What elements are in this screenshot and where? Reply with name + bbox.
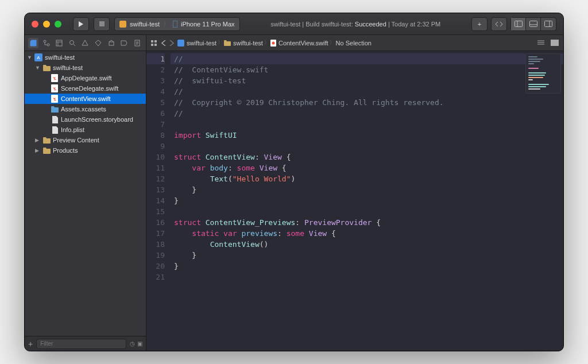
- svg-rect-11: [56, 40, 62, 46]
- tree-row[interactable]: AppDelegate.swift: [25, 73, 146, 83]
- chevron-right-icon: 〉: [163, 20, 169, 28]
- code-line[interactable]: // ContentView.swift: [171, 64, 563, 75]
- line-number: 15: [146, 206, 165, 217]
- filter-input[interactable]: [36, 339, 126, 349]
- svg-rect-2: [173, 21, 177, 28]
- line-number: 3: [146, 75, 165, 86]
- code-line[interactable]: // swiftui-test: [171, 75, 563, 86]
- find-navigator-tab[interactable]: [67, 38, 78, 48]
- jump-bar-segment[interactable]: No Selection: [336, 40, 372, 47]
- project-icon: A: [34, 53, 42, 61]
- minimap[interactable]: [525, 53, 561, 94]
- run-button[interactable]: [73, 17, 89, 31]
- code-line[interactable]: struct ContentView_Previews: PreviewProv…: [171, 217, 563, 228]
- disclosure-triangle-icon[interactable]: ▶: [35, 148, 40, 153]
- jump-bar-segment[interactable]: swiftui-test: [224, 40, 263, 47]
- tree-label: Assets.xcassets: [61, 106, 106, 113]
- disclosure-triangle-icon[interactable]: ▼: [35, 65, 40, 71]
- tree-row[interactable]: LaunchScreen.storyboard: [25, 114, 146, 125]
- back-button[interactable]: [161, 40, 166, 46]
- svg-rect-3: [514, 21, 522, 27]
- add-button[interactable]: +: [28, 339, 33, 348]
- line-number: 19: [146, 250, 165, 261]
- zoom-window-button[interactable]: [55, 21, 61, 28]
- tree-row[interactable]: Assets.xcassets: [25, 104, 146, 114]
- navigator-sidebar: ▼Aswiftui-test▼swiftui-testAppDelegate.s…: [25, 35, 146, 351]
- tree-label: Preview Content: [53, 137, 99, 144]
- code-line[interactable]: }: [171, 195, 563, 206]
- report-navigator-tab[interactable]: [132, 38, 142, 48]
- breakpoint-navigator-tab[interactable]: [119, 38, 129, 48]
- toggle-inspectors-button[interactable]: [541, 18, 556, 30]
- issue-navigator-tab[interactable]: [80, 38, 90, 48]
- code-line[interactable]: }: [171, 184, 563, 195]
- jump-bar-segment[interactable]: ContentView.swift: [270, 40, 328, 47]
- tree-row[interactable]: ▶Products: [25, 145, 146, 156]
- chevron-right-icon: 〉: [330, 39, 335, 47]
- code-line[interactable]: [171, 206, 563, 217]
- symbol-navigator-tab[interactable]: [54, 38, 64, 48]
- svg-rect-0: [99, 21, 105, 26]
- project-navigator-tab[interactable]: [28, 38, 38, 48]
- library-button[interactable]: +: [471, 17, 488, 31]
- code-line[interactable]: //: [171, 108, 563, 119]
- code-line[interactable]: //: [171, 86, 563, 97]
- code-line[interactable]: [171, 141, 563, 152]
- jump-bar: swiftui-test〉swiftui-test〉ContentView.sw…: [146, 35, 563, 51]
- code-line[interactable]: }: [171, 250, 563, 261]
- forward-button[interactable]: [169, 40, 174, 46]
- source-code[interactable]: //// ContentView.swift// swiftui-test///…: [171, 51, 563, 351]
- svg-point-12: [69, 40, 74, 44]
- code-line[interactable]: var body: some View {: [171, 162, 563, 173]
- code-line[interactable]: static var previews: some View {: [171, 228, 563, 239]
- jump-bar-segment[interactable]: swiftui-test: [177, 40, 216, 47]
- tree-row[interactable]: ▶Preview Content: [25, 135, 146, 145]
- close-window-button[interactable]: [32, 21, 38, 28]
- disclosure-triangle-icon[interactable]: ▼: [27, 55, 32, 60]
- code-line[interactable]: [171, 272, 563, 282]
- svg-rect-7: [545, 21, 552, 27]
- tree-label: ContentView.swift: [61, 95, 111, 102]
- code-line[interactable]: ContentView(): [171, 239, 563, 250]
- svg-point-10: [47, 44, 49, 46]
- code-line[interactable]: struct ContentView: View {: [171, 152, 563, 162]
- related-items-button[interactable]: [151, 40, 158, 46]
- line-number: 10: [146, 152, 165, 162]
- add-editor-button[interactable]: [551, 40, 559, 46]
- stop-button[interactable]: [94, 17, 110, 31]
- tree-row[interactable]: ▼Aswiftui-test: [25, 52, 146, 63]
- tree-row[interactable]: ▼swiftui-test: [25, 63, 146, 73]
- svg-rect-18: [151, 40, 153, 42]
- status-result: Succeeded: [355, 21, 386, 28]
- jump-bar-path[interactable]: swiftui-test〉swiftui-test〉ContentView.sw…: [177, 39, 372, 47]
- file-icon: [51, 126, 59, 134]
- recent-filter-icon[interactable]: ◷: [130, 340, 135, 347]
- code-line[interactable]: }: [171, 261, 563, 272]
- tree-label: SceneDelegate.swift: [61, 85, 118, 92]
- test-navigator-tab[interactable]: [93, 38, 103, 48]
- source-control-navigator-tab[interactable]: [41, 38, 52, 48]
- tree-row[interactable]: ContentView.swift: [25, 94, 146, 104]
- svg-rect-19: [154, 40, 157, 42]
- code-review-button[interactable]: [491, 17, 507, 31]
- tree-row[interactable]: Info.plist: [25, 125, 146, 135]
- minimize-window-button[interactable]: [43, 21, 50, 28]
- code-line[interactable]: import SwiftUI: [171, 130, 563, 141]
- tree-row[interactable]: SceneDelegate.swift: [25, 83, 146, 94]
- code-line[interactable]: // Copyright © 2019 Christopher Ching. A…: [171, 97, 563, 108]
- scheme-selector[interactable]: swiftui-test 〉 iPhone 11 Pro Max: [114, 17, 240, 31]
- debug-navigator-tab[interactable]: [106, 38, 117, 48]
- code-area[interactable]: 123456789101112131415161718192021 //// C…: [146, 51, 563, 351]
- toggle-debug-area-button[interactable]: [526, 18, 541, 30]
- swift-file-icon: [51, 84, 59, 92]
- line-number: 16: [146, 217, 165, 228]
- disclosure-triangle-icon[interactable]: ▶: [35, 137, 40, 143]
- editor-options-button[interactable]: [537, 40, 545, 46]
- code-line[interactable]: [171, 119, 563, 130]
- toggle-navigator-button[interactable]: [511, 18, 526, 30]
- code-line[interactable]: Text("Hello World"): [171, 173, 563, 184]
- line-number: 6: [146, 108, 165, 119]
- code-line[interactable]: //: [171, 53, 563, 64]
- scm-filter-icon[interactable]: ▣: [137, 340, 142, 347]
- svg-rect-22: [177, 40, 184, 47]
